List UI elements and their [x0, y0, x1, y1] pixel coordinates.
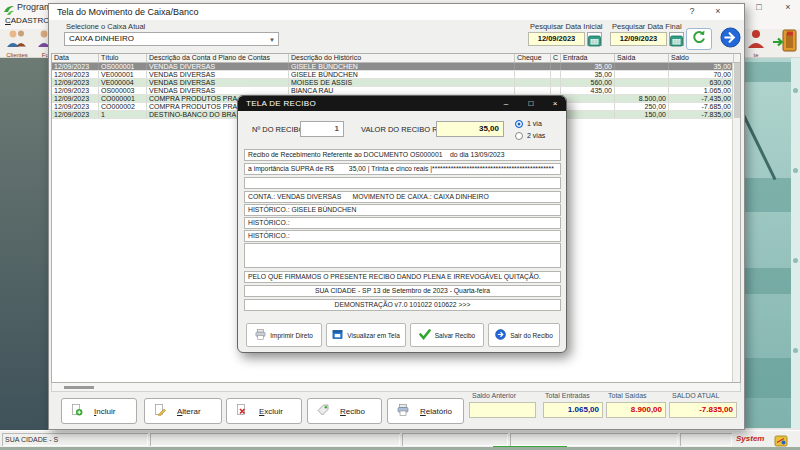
- decorative-artwork: [745, 58, 800, 428]
- scrollbar-thumb[interactable]: [64, 386, 94, 389]
- numero-recibo-label: Nº DO RECIBO: [252, 125, 304, 134]
- mdi-background: [0, 58, 48, 430]
- recibo-button[interactable]: Recibo: [307, 398, 382, 424]
- numero-recibo-field[interactable]: 1: [300, 121, 344, 137]
- preview-window-icon: [332, 329, 343, 341]
- search-final-label: Pesquisar Data Final: [612, 22, 682, 31]
- table-row[interactable]: 12/09/2023VE000004VENDAS DIVERSASMOISES …: [52, 79, 740, 87]
- main-maximize-button[interactable]: □: [748, 0, 770, 15]
- total-saidas-label: Total Saídas: [608, 392, 647, 399]
- receipt-tag-icon: [317, 404, 329, 418]
- receipt-historico3-line: HISTÓRICO.:: [244, 230, 561, 242]
- saldo-atual-label: SALDO ATUAL: [672, 392, 719, 399]
- edit-pencil-icon: [154, 404, 166, 418]
- salvar-recibo-button[interactable]: Salvar Recibo: [410, 323, 484, 347]
- column-header-saldo[interactable]: Saldo: [669, 54, 734, 62]
- search-initial-label: Pesquisar Data Inicial: [530, 22, 603, 31]
- statusbar-system-label: System: [736, 434, 764, 443]
- saldo-anterior-label: Saldo Anterior: [472, 392, 516, 399]
- receipt-cidade-line: SUA CIDADE - SP 13 de Setembro de 2023 -…: [244, 285, 561, 297]
- column-header-c[interactable]: C: [551, 54, 561, 62]
- total-entradas-field: 1.065,00: [543, 402, 603, 418]
- statusbar-city: SUA CIDADE - S: [2, 433, 148, 446]
- saldo-atual-field: -7.835,00: [669, 402, 737, 418]
- statusbar-cell: [510, 433, 678, 446]
- chevron-down-icon: ▼: [269, 34, 275, 46]
- printer-icon: [397, 404, 409, 418]
- receipt-historico1-line: HISTÓRICO.: GISELE BÜNDCHEN: [244, 204, 561, 216]
- exit-door-icon: [772, 39, 798, 56]
- radio-2-vias[interactable]: [515, 132, 523, 140]
- receipt-demo-line: DEMONSTRAÇÃO v7.0 101022 010622 >>>: [244, 299, 561, 311]
- valor-recibo-label: VALOR DO RECIBO R$: [361, 125, 442, 134]
- search-final-date-field[interactable]: 12/09/2023: [610, 32, 667, 46]
- movement-help-button[interactable]: ?: [681, 4, 703, 19]
- search-initial-date-field[interactable]: 12/09/2023: [528, 32, 585, 46]
- scrollbar-thumb[interactable]: [734, 63, 740, 118]
- toolbar-exit-button[interactable]: [770, 29, 800, 58]
- go-arrow-icon: [720, 27, 741, 52]
- column-header-titulo[interactable]: Título: [99, 54, 147, 62]
- go-button[interactable]: [718, 28, 742, 50]
- toolbar-clientes-button[interactable]: Clientes: [2, 29, 32, 58]
- radio-1-via[interactable]: [515, 120, 523, 128]
- total-saidas-field: 8.900,00: [606, 402, 666, 418]
- table-vertical-scrollbar[interactable]: [732, 63, 740, 382]
- table-row[interactable]: 12/09/2023VE000001VENDAS DIVERSASGISELE …: [52, 71, 740, 79]
- alterar-button[interactable]: Alterar: [144, 398, 222, 424]
- dialog-maximize-button[interactable]: □: [521, 96, 541, 111]
- add-record-icon: [71, 404, 83, 418]
- receipt-documento-line: Recibo de Recebimento Referente ao DOCUM…: [244, 149, 561, 161]
- receipt-historico2-line: HISTÓRICO.:: [244, 217, 561, 229]
- receipt-conta-line: CONTA.: VENDAS DIVERSAS MOVIMENTO DE CAI…: [244, 191, 561, 203]
- statusbar-cell: [680, 433, 732, 446]
- refresh-button[interactable]: [686, 28, 712, 50]
- calendar-final-button[interactable]: [669, 32, 684, 46]
- sair-recibo-button[interactable]: Sair do Recibo: [488, 323, 560, 347]
- statusbar-cell: [402, 433, 508, 446]
- excluir-button[interactable]: Excluir: [226, 398, 302, 424]
- movement-window-title: Tela do Movimento de Caixa/Banco: [57, 7, 199, 17]
- main-statusbar: SUA CIDADE - S System: [0, 430, 800, 447]
- printer-icon: [255, 329, 266, 341]
- column-header-data[interactable]: Data: [52, 54, 99, 62]
- radio-2-vias-label: 2 vias: [527, 132, 545, 139]
- exit-circle-arrow-icon: [495, 329, 506, 341]
- column-header-cheque[interactable]: Cheque: [515, 54, 551, 62]
- imprimir-direto-button[interactable]: Imprimir Direto: [246, 323, 322, 347]
- movement-close-button[interactable]: ×: [707, 4, 729, 19]
- caixa-select[interactable]: CAIXA DINHEIRO ▼: [64, 32, 279, 46]
- column-header-saida[interactable]: Saída: [615, 54, 669, 62]
- table-header: Data Título Descrição da Conta d Plano d…: [52, 54, 740, 63]
- calendar-initial-button[interactable]: [587, 32, 602, 46]
- table-row[interactable]: 12/09/2023OS000003VENDAS DIVERSASBIANCA …: [52, 87, 740, 95]
- valor-recibo-field[interactable]: 35,00: [436, 121, 504, 137]
- table-horizontal-scrollbar[interactable]: [51, 383, 741, 392]
- dialog-close-button[interactable]: ×: [545, 96, 565, 111]
- caixa-select-value: CAIXA DINHEIRO: [69, 34, 134, 43]
- column-header-entrada[interactable]: Entrada: [561, 54, 615, 62]
- total-entradas-label: Total Entradas: [545, 392, 590, 399]
- toolbar-partial-button[interactable]: te: [741, 29, 771, 58]
- incluir-button[interactable]: Incluir: [61, 398, 137, 424]
- column-header-historico[interactable]: Descrição do Histórico: [289, 54, 515, 62]
- receipt-quitacao-line: PELO QUE FIRMAMOS O PRESENTE RECIBO DAND…: [244, 271, 561, 283]
- receipt-blank-area: [244, 243, 561, 268]
- red-person-icon: [745, 35, 767, 52]
- receipt-dialog: TELA DE RECIBO – □ × Nº DO RECIBO 1 VALO…: [237, 95, 567, 353]
- relatorio-button[interactable]: Relatório: [387, 398, 464, 424]
- visualizar-tela-button[interactable]: Visualizar em Tela: [326, 323, 406, 347]
- saldo-anterior-field: [469, 402, 536, 418]
- caixa-select-label: Selecione o Caixa Atual: [66, 22, 145, 31]
- radio-1-via-label: 1 via: [527, 120, 542, 127]
- column-header-conta[interactable]: Descrição da Conta d Plano de Contas: [147, 54, 289, 62]
- dialog-minimize-button[interactable]: –: [496, 96, 516, 111]
- table-row[interactable]: 12/09/2023OS000001VENDAS DIVERSASGISELE …: [52, 63, 740, 71]
- clients-people-icon: [5, 35, 29, 52]
- receipt-blank-line: [244, 177, 561, 189]
- main-close-button[interactable]: ×: [777, 0, 799, 15]
- receipt-dialog-title: TELA DE RECIBO: [246, 99, 316, 108]
- refresh-icon: [691, 29, 707, 49]
- check-icon: [419, 329, 431, 341]
- receipt-dialog-titlebar: TELA DE RECIBO – □ ×: [238, 96, 566, 111]
